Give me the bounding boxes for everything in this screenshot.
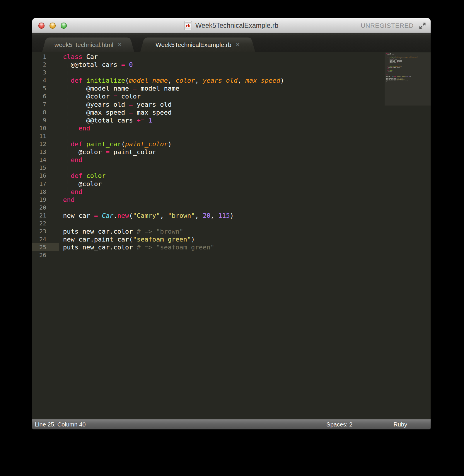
line-number[interactable]: 17 <box>32 180 59 188</box>
code-text[interactable] <box>59 132 67 140</box>
syntax-mode[interactable]: Ruby <box>393 421 407 428</box>
minimize-window-button[interactable] <box>50 23 56 29</box>
line-number[interactable]: 25 <box>32 243 59 251</box>
code-area[interactable]: 1class Car2 @@total_cars = 03 4 def init… <box>32 52 431 259</box>
code-line[interactable]: 7 @years_old = years_old <box>32 101 431 108</box>
code-text[interactable] <box>59 204 67 212</box>
line-number[interactable]: 15 <box>32 164 59 172</box>
code-text[interactable]: new_car.paint_car("seafoam green") <box>59 235 195 243</box>
expand-resize-icon[interactable] <box>418 22 427 30</box>
code-line[interactable]: 1class Car <box>32 53 431 61</box>
code-text[interactable]: puts new_car.color # => "brown" <box>59 227 183 235</box>
code-text[interactable]: class Car <box>59 53 98 61</box>
code-text[interactable]: def color <box>59 172 106 180</box>
code-text[interactable]: @color = color <box>59 92 141 100</box>
code-text[interactable]: @color = paint_color <box>59 148 156 156</box>
close-window-button[interactable] <box>38 23 45 29</box>
tab[interactable]: Week5TechnicalExample.rb✕ <box>140 38 255 52</box>
traffic-lights <box>38 23 67 29</box>
code-text[interactable]: def paint_car(paint_color) <box>59 140 172 148</box>
line-number[interactable]: 1 <box>32 53 59 61</box>
minimap-code: 1class Car2 @@total_cars = 03 4 def init… <box>386 53 420 83</box>
code-text[interactable] <box>59 69 67 76</box>
title-bar[interactable]: rb Week5TechnicalExample.rb UNREGISTERED <box>32 18 431 33</box>
line-number[interactable]: 11 <box>32 132 59 140</box>
code-line[interactable]: 16 def color <box>32 172 431 180</box>
line-number[interactable]: 18 <box>32 188 59 196</box>
line-number[interactable]: 8 <box>32 108 59 116</box>
code-line[interactable]: 3 <box>32 69 431 76</box>
code-text[interactable]: end <box>59 196 75 204</box>
code-line[interactable]: 17 @color <box>32 180 431 188</box>
zoom-window-button[interactable] <box>61 23 67 29</box>
line-number[interactable]: 24 <box>32 235 59 243</box>
line-number[interactable]: 22 <box>32 220 59 227</box>
tab-close-icon[interactable]: ✕ <box>236 42 240 47</box>
code-text[interactable]: new_car = Car.new("Camry", "brown", 20, … <box>386 76 411 77</box>
code-text[interactable]: end <box>59 188 82 196</box>
code-text[interactable]: def initialize(model_name, color, years_… <box>59 76 284 84</box>
line-number[interactable]: 10 <box>32 124 59 132</box>
code-line[interactable]: 11 <box>32 132 431 140</box>
code-line[interactable]: 15 <box>32 164 431 172</box>
code-text[interactable]: puts new_car.color # => "seafoam green" <box>386 80 408 81</box>
line-number[interactable]: 5 <box>32 84 59 92</box>
code-line[interactable]: 20 <box>32 204 431 212</box>
line-number[interactable]: 7 <box>32 101 59 108</box>
tab[interactable]: week5_technical.html✕ <box>42 38 134 52</box>
code-line[interactable]: 26 <box>386 81 420 83</box>
code-text[interactable]: @max_speed = max_speed <box>59 108 172 116</box>
line-number[interactable]: 14 <box>32 156 59 164</box>
code-text[interactable]: end <box>59 124 90 132</box>
indent-guide <box>75 84 75 124</box>
code-text[interactable]: @years_old = years_old <box>59 101 172 108</box>
line-number[interactable]: 12 <box>32 140 59 148</box>
code-text[interactable]: @color <box>59 180 102 188</box>
line-number[interactable]: 13 <box>32 148 59 156</box>
line-number[interactable]: 4 <box>32 76 59 84</box>
code-text[interactable] <box>59 164 67 172</box>
line-number[interactable]: 19 <box>32 196 59 204</box>
code-line[interactable]: 21new_car = Car.new("Camry", "brown", 20… <box>32 212 431 220</box>
code-text[interactable] <box>386 81 387 83</box>
code-text[interactable]: end <box>59 156 82 164</box>
code-line[interactable]: 24new_car.paint_car("seafoam green") <box>32 235 431 243</box>
code-line[interactable]: 10 end <box>32 124 431 132</box>
code-text[interactable]: new_car = Car.new("Camry", "brown", 20, … <box>59 212 234 220</box>
line-number[interactable]: 3 <box>32 69 59 76</box>
indent-setting[interactable]: Spaces: 2 <box>326 421 352 428</box>
code-line[interactable]: 8 @max_speed = max_speed <box>32 108 431 116</box>
code-line[interactable]: 5 @model_name = model_name <box>32 84 431 92</box>
code-line[interactable]: 22 <box>32 220 431 227</box>
code-line[interactable]: 6 @color = color <box>32 92 431 100</box>
editor-area[interactable]: 1class Car2 @@total_cars = 03 4 def init… <box>32 52 431 419</box>
code-line[interactable]: 12 def paint_car(paint_color) <box>32 140 431 148</box>
line-number[interactable]: 2 <box>32 61 59 69</box>
code-text[interactable]: puts new_car.color # => "seafoam green" <box>59 243 214 251</box>
line-number[interactable]: 21 <box>32 212 59 220</box>
code-line[interactable]: 9 @@total_cars += 1 <box>32 116 431 124</box>
line-number[interactable]: 26 <box>32 251 59 259</box>
line-number[interactable]: 16 <box>32 172 59 180</box>
code-line[interactable]: 13 @color = paint_color <box>32 148 431 156</box>
code-text[interactable]: @@total_cars = 0 <box>386 54 396 55</box>
code-line[interactable]: 2 @@total_cars = 0 <box>32 61 431 69</box>
code-text[interactable]: @@total_cars = 0 <box>59 61 133 69</box>
line-number[interactable]: 9 <box>32 116 59 124</box>
line-number[interactable]: 6 <box>32 92 59 100</box>
code-line[interactable]: 23puts new_car.color # => "brown" <box>32 227 431 235</box>
tab-close-icon[interactable]: ✕ <box>118 42 122 47</box>
code-line[interactable]: 25puts new_car.color # => "seafoam green… <box>32 243 431 251</box>
code-text[interactable]: @model_name = model_name <box>59 84 179 92</box>
code-line[interactable]: 18 end <box>32 188 431 196</box>
code-line[interactable]: 14 end <box>32 156 431 164</box>
code-text[interactable]: @@total_cars += 1 <box>59 116 152 124</box>
code-line[interactable]: 26 <box>32 251 431 259</box>
minimap[interactable]: 1class Car2 @@total_cars = 03 4 def init… <box>385 52 431 106</box>
code-text[interactable] <box>59 251 67 259</box>
code-text[interactable] <box>59 220 67 227</box>
code-line[interactable]: 4 def initialize(model_name, color, year… <box>32 76 431 84</box>
code-line[interactable]: 19end <box>32 196 431 204</box>
line-number[interactable]: 23 <box>32 227 59 235</box>
line-number[interactable]: 20 <box>32 204 59 212</box>
